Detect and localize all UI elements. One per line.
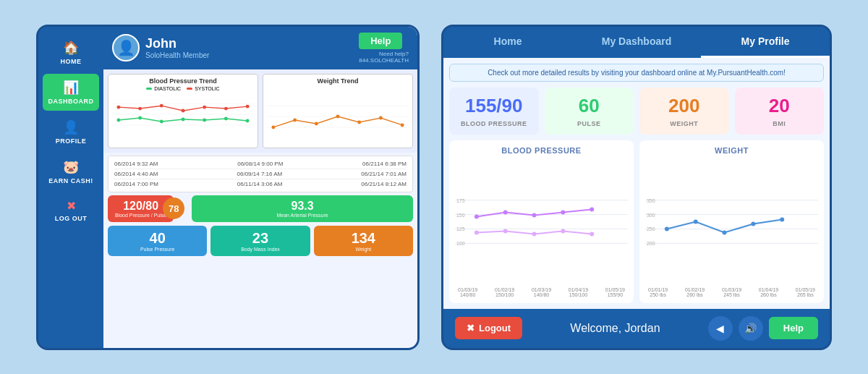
charts-area: Blood Pressure Trend DIASTOLIC SYSTOLIC xyxy=(103,69,417,153)
weight-label: Weight xyxy=(355,247,371,252)
svg-point-21 xyxy=(293,118,297,122)
records-area: 06/2014 9:32 AM 06/08/14 9:00 PM 06/2114… xyxy=(108,156,413,192)
legend-diastolic: DIASTOLIC xyxy=(146,86,181,91)
right-bp-chart-title: BLOOD PRESSURE xyxy=(455,146,628,155)
record-row-1: 06/2014 9:32 AM 06/08/14 9:00 PM 06/2114… xyxy=(114,159,407,169)
weight-chart-title: Weight Trend xyxy=(266,77,409,85)
weight-card: 134 Weight xyxy=(314,226,413,256)
svg-point-8 xyxy=(224,106,228,110)
tab-dashboard[interactable]: My Dashboard xyxy=(572,27,701,58)
svg-point-3 xyxy=(116,105,120,109)
stat-bmi-card: 20 BMI xyxy=(735,88,825,135)
right-weight-chart-svg: 350 300 250 200 xyxy=(645,158,818,286)
avatar: 👤 xyxy=(112,34,140,61)
pulse-pressure-label: Pulse Pressure xyxy=(140,247,174,252)
record-row-2: 06/2014 4:40 AM 06/09/14 7:16 AM 06/21/1… xyxy=(114,169,407,179)
diastolic-label: DIASTOLIC xyxy=(154,86,181,91)
svg-text:150: 150 xyxy=(456,212,465,217)
weight-x-label-3: 01/03/19245 lbs xyxy=(722,287,741,297)
pulse-circle: 78 xyxy=(163,197,184,219)
svg-text:300: 300 xyxy=(647,212,655,217)
weight-x-label-1: 01/01/19250 lbs xyxy=(648,287,668,297)
bp-metric-value: 120/80 xyxy=(123,200,158,213)
svg-point-20 xyxy=(271,125,275,129)
bp-x-labels: 01/03/19140/80 01/02/19150/100 01/03/191… xyxy=(455,286,628,297)
stat-weight-card: 200 WEIGHT xyxy=(639,88,729,135)
diastolic-dot xyxy=(146,88,152,90)
user-name: John xyxy=(145,36,209,51)
bp-metric-container: 120/80 Blood Pressure / Pulse 78 xyxy=(108,195,174,222)
logout-button[interactable]: ✖ Logout xyxy=(455,317,522,339)
stat-bp-label: BLOOD PRESSURE xyxy=(461,120,527,127)
pulse-pressure-value: 40 xyxy=(150,230,166,247)
sidebar-item-home[interactable]: 🏠 HOME xyxy=(43,34,99,71)
legend-systolic: SYSTOLIC xyxy=(187,86,220,91)
tab-profile[interactable]: My Profile xyxy=(701,27,830,58)
right-weight-chart-title: WEIGHT xyxy=(645,146,818,155)
sidebar-item-earn[interactable]: 🐷 EARN CASH! xyxy=(43,153,99,190)
pulse-pressure-card: 40 Pulse Pressure xyxy=(108,226,207,256)
bp-metrics-row: 120/80 Blood Pressure / Pulse 78 93.3 Me… xyxy=(103,195,417,222)
bp-chart-title: Blood Pressure Trend xyxy=(111,77,255,85)
map-metric-card: 93.3 Mean Arterial Pressure xyxy=(192,195,413,222)
right-help-button[interactable]: Help xyxy=(769,317,818,339)
map-label: Mean Arterial Pressure xyxy=(277,213,328,218)
svg-point-41 xyxy=(503,229,508,233)
svg-point-24 xyxy=(357,120,361,124)
svg-point-44 xyxy=(590,231,594,236)
svg-point-38 xyxy=(561,210,565,214)
sidebar-label-earn: EARN CASH! xyxy=(48,177,93,184)
logout-x-icon: ✖ xyxy=(467,323,475,333)
weight-value: 134 xyxy=(352,230,375,247)
svg-point-39 xyxy=(590,207,594,211)
svg-point-9 xyxy=(246,104,250,108)
user-info: 👤 John SoloHealth Member xyxy=(112,34,209,61)
sidebar-label-dashboard: DASHBOARD xyxy=(48,98,94,105)
svg-point-7 xyxy=(203,105,206,109)
svg-point-15 xyxy=(224,116,228,120)
right-bp-chart-svg: 175 150 125 100 xyxy=(455,158,628,286)
piggy-icon: 🐷 xyxy=(63,159,79,175)
sidebar-item-profile[interactable]: 👤 PROFILE xyxy=(43,114,99,150)
svg-point-23 xyxy=(336,114,340,118)
tab-home[interactable]: Home xyxy=(443,27,572,58)
record-row-3: 06/2014 7:00 PM 06/11/14 3:06 AM 06/21/1… xyxy=(114,179,407,189)
svg-point-53 xyxy=(665,226,669,231)
left-help-button[interactable]: Help xyxy=(359,33,402,49)
weight-x-labels: 01/01/19250 lbs 01/02/19260 lbs 01/03/19… xyxy=(645,286,818,297)
svg-point-42 xyxy=(532,231,537,236)
svg-point-55 xyxy=(723,230,727,234)
left-top-bar: 👤 John SoloHealth Member Help Need help?… xyxy=(103,27,417,69)
svg-text:175: 175 xyxy=(456,197,465,203)
stat-bp-card: 155/90 BLOOD PRESSURE xyxy=(449,88,539,135)
bp-chart-svg xyxy=(111,93,255,140)
svg-text:350: 350 xyxy=(647,197,655,203)
need-help-text: Need help? xyxy=(359,51,409,57)
logout-x-icon: ✖ xyxy=(67,199,76,213)
left-main-content: 👤 John SoloHealth Member Help Need help?… xyxy=(103,27,417,348)
stat-weight-label: WEIGHT xyxy=(670,120,698,127)
phone-text: 844.SOLOHEALTH xyxy=(359,57,409,64)
weight-chart-svg xyxy=(266,95,409,142)
right-tabs: Home My Dashboard My Profile xyxy=(443,27,830,58)
sidebar-item-dashboard[interactable]: 📊 DASHBOARD xyxy=(43,74,99,111)
back-button[interactable]: ◀ xyxy=(708,316,733,341)
svg-point-10 xyxy=(116,118,120,122)
svg-point-36 xyxy=(503,210,508,214)
weight-x-label-4: 01/04/19260 lbs xyxy=(759,287,778,297)
sidebar-item-logout[interactable]: ✖ LOG OUT xyxy=(43,193,99,228)
systolic-dot xyxy=(187,88,192,90)
stat-cards: 155/90 BLOOD PRESSURE 60 PULSE 200 WEIGH… xyxy=(449,88,824,135)
svg-point-16 xyxy=(246,119,250,122)
sidebar: 🏠 HOME 📊 DASHBOARD 👤 PROFILE 🐷 EARN CASH… xyxy=(38,27,103,348)
svg-point-40 xyxy=(475,230,479,234)
sidebar-label-home: HOME xyxy=(61,58,82,65)
svg-point-37 xyxy=(532,213,537,217)
map-value: 93.3 xyxy=(292,200,314,213)
volume-button[interactable]: 🔊 xyxy=(739,316,763,341)
bmi-label: Body Mass Index xyxy=(241,247,280,252)
sidebar-label-logout: LOG OUT xyxy=(55,215,88,222)
svg-text:250: 250 xyxy=(647,226,655,231)
right-weight-chart: WEIGHT 350 300 250 200 xyxy=(639,140,824,303)
avatar-icon: 👤 xyxy=(117,39,135,56)
